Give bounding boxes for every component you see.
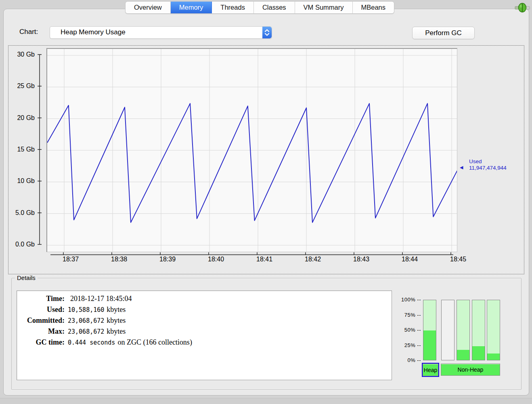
plot-area (46, 48, 457, 252)
annotation-series-name: Used (469, 158, 507, 165)
memory-pool-usage-bars: 100% --75% --50% --25% --0% --HeapNon-He… (398, 295, 503, 381)
select-stepper-icon[interactable] (262, 27, 272, 38)
x-tick-label: 18:45 (450, 256, 466, 263)
x-tick-label: 18:37 (63, 256, 79, 263)
perform-gc-button[interactable]: Perform GC (412, 27, 475, 39)
usage-bar-fill (423, 330, 436, 360)
x-tick-label: 18:40 (208, 256, 224, 263)
tab-vm-summary[interactable]: VM Summary (295, 2, 353, 13)
usage-bar-fill (487, 354, 500, 360)
non-heap-usage-bar (487, 300, 500, 360)
tab-mbeans[interactable]: MBeans (353, 2, 394, 13)
annotation-value: 11,947,474,944 (469, 165, 507, 171)
detail-row-max: Max: 23,068,672 kbytes (17, 326, 392, 337)
y-tick-label: 5.0 Gb (7, 209, 35, 217)
x-tick-label: 18:42 (305, 256, 321, 263)
non-heap-button[interactable]: Non-Heap (441, 364, 500, 376)
percent-tick-label: 50% -- (398, 327, 421, 333)
x-tick-label: 18:43 (353, 256, 369, 263)
y-tick-label: 15 Gb (7, 145, 35, 154)
percent-tick-label: 25% -- (398, 342, 421, 349)
x-tick-label: 18:44 (402, 256, 418, 263)
y-tick-label: 30 Gb (7, 50, 35, 59)
usage-bar-fill (457, 350, 469, 360)
tab-bar: OverviewMemoryThreadsClassesVM SummaryMB… (125, 1, 394, 14)
x-tick-label: 18:38 (111, 256, 127, 263)
percent-tick-label: 0% -- (398, 357, 421, 364)
detail-row-used: Used: 10,588,160 kbytes (17, 304, 392, 315)
y-axis (36, 53, 42, 247)
x-tick-label: 18:41 (256, 256, 272, 263)
y-tick-label: 10 Gb (7, 177, 35, 185)
percent-tick-label: 75% -- (398, 312, 421, 318)
chart-dropdown-label: Chart: (19, 28, 38, 36)
x-tick-label: 18:39 (159, 256, 176, 263)
y-tick-label: 20 Gb (7, 114, 35, 122)
detail-row-time: Time: 2018-12-17 18:45:04 (17, 293, 392, 304)
used-marker-icon: ◀ (460, 164, 463, 170)
chart-select-value: Heap Memory Usage (61, 28, 126, 36)
non-heap-usage-bar (472, 300, 485, 360)
non-heap-usage-bar (441, 300, 455, 360)
percent-tick-label: 100% -- (398, 297, 421, 303)
connection-icon (514, 2, 530, 13)
heap-usage-bar (423, 300, 436, 360)
tab-classes[interactable]: Classes (254, 2, 295, 13)
grid-lines (47, 49, 457, 252)
series-annotation: ◀ Used 11,947,474,944 (460, 158, 507, 171)
detail-row-gc-time: GC time: 0.444 seconds on ZGC (166 colle… (17, 337, 392, 348)
details-legend: Details (15, 274, 38, 281)
usage-bar-fill (472, 346, 485, 360)
x-axis (46, 252, 458, 256)
heap-button[interactable]: Heap (423, 364, 438, 376)
non-heap-usage-bar (457, 300, 470, 360)
details-text-area[interactable]: Time: 2018-12-17 18:45:04 Used: 10,588,1… (17, 290, 392, 380)
y-tick-label: 25 Gb (7, 82, 35, 90)
chart-type-select[interactable]: Heap Memory Usage (50, 26, 272, 39)
used-heap-series-line (47, 103, 457, 222)
detail-row-committed: Committed: 23,068,672 kbytes (17, 315, 392, 326)
tab-memory[interactable]: Memory (171, 2, 212, 13)
window-footer (0, 398, 532, 404)
y-tick-label: 0.0 Gb (7, 240, 35, 248)
tab-overview[interactable]: Overview (126, 2, 171, 13)
tab-threads[interactable]: Threads (212, 2, 254, 13)
